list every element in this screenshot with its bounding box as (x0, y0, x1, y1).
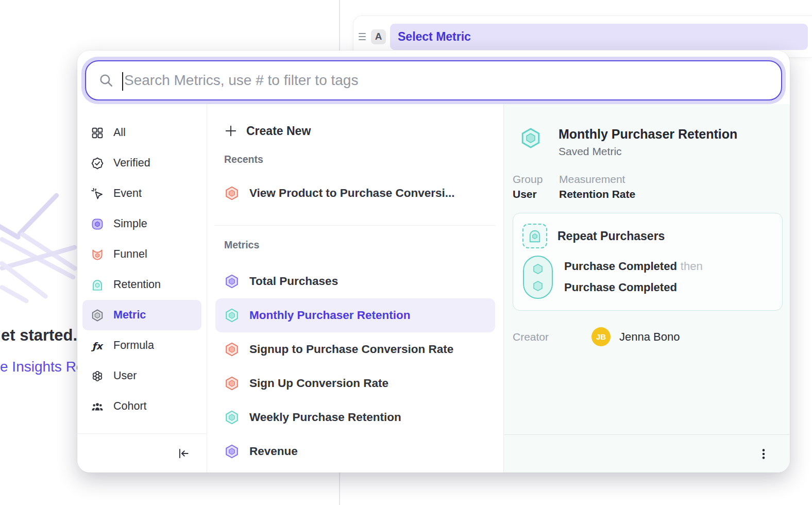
sidebar-item-label: Event (113, 187, 142, 200)
search-icon (98, 73, 114, 88)
creator-row: Creator JB Jenna Bono (504, 327, 790, 346)
creator-label: Creator (513, 331, 591, 343)
measurement-value: Retention Rate (559, 188, 635, 200)
metric-item-revenue[interactable]: Revenue (215, 434, 495, 468)
sidebar-item-cohort[interactable]: Cohort (82, 391, 201, 422)
create-new-label: Create New (246, 124, 311, 138)
metric-item-signup-to-purchase[interactable]: Signup to Purchase Conversion Rate (215, 332, 495, 366)
sidebar-item-event[interactable]: Event (82, 178, 201, 209)
select-metric-button[interactable]: Select Metric (390, 24, 808, 50)
plus-icon (224, 124, 238, 138)
search-input[interactable] (123, 72, 769, 89)
collapse-sidebar-icon[interactable] (177, 447, 190, 460)
detail-header: Monthly Purchaser Retention Saved Metric (504, 104, 790, 158)
section-divider (215, 225, 496, 226)
sidebar-item-label: Cohort (113, 400, 147, 413)
step-hexagon-icon (531, 279, 545, 293)
sidebar-item-label: User (113, 369, 137, 382)
retention-hexagon-icon (224, 308, 240, 323)
metrics-section-label: Metrics (207, 239, 503, 251)
user-cluster-icon (91, 369, 104, 383)
funnel-icon (91, 248, 104, 261)
decorative-line (0, 284, 29, 304)
definition-steps: Purchase Completedthen Purchase Complete… (522, 256, 773, 299)
detail-subtitle: Saved Metric (559, 145, 737, 158)
sidebar-item-formula[interactable]: ƒx Formula (82, 330, 201, 361)
metric-item-label: Weekly Purchase Retention (249, 411, 401, 424)
definition-header: Repeat Purchasers (522, 224, 773, 248)
saved-definition-icon (522, 224, 547, 248)
group-value: User (513, 188, 559, 200)
select-metric-label: Select Metric (398, 30, 471, 44)
retention-hexagon-icon (224, 410, 240, 425)
step-1-event: Purchase Completed (564, 260, 677, 273)
metric-item-weekly-purchase-retention[interactable]: Weekly Purchase Retention (215, 400, 495, 434)
step-connector: then (681, 260, 703, 273)
retention-icon (91, 278, 104, 292)
metric-item-total-purchases[interactable]: Total Purchases (215, 264, 495, 298)
step-hexagon-icon (531, 262, 545, 276)
sidebar-item-label: Metric (113, 309, 146, 322)
group-label: Group (513, 173, 559, 186)
sidebar-item-label: Verified (113, 157, 150, 170)
creator-avatar: JB (591, 327, 611, 346)
sidebar-item-label: Simple (113, 217, 147, 230)
verified-badge-icon (91, 157, 104, 170)
search-bar[interactable] (85, 60, 782, 100)
metric-item-sign-up-conversion[interactable]: Sign Up Conversion Rate (215, 366, 495, 400)
metric-detail-panel: Monthly Purchaser Retention Saved Metric… (504, 104, 790, 473)
funnel-hexagon-icon (224, 186, 240, 201)
metric-item-label: Revenue (249, 445, 298, 458)
svg-text:ƒx: ƒx (91, 340, 104, 351)
cohort-people-icon (91, 400, 104, 413)
retention-hexagon-icon (519, 127, 542, 149)
sidebar-item-verified[interactable]: Verified (82, 148, 201, 178)
metric-list: Total Purchases Monthly Purchaser Retent… (207, 264, 503, 468)
recents-section-label: Recents (207, 154, 503, 165)
funnel-hexagon-icon (224, 342, 240, 357)
create-new-button[interactable]: Create New (207, 117, 503, 144)
measurement-label: Measurement (559, 173, 635, 186)
series-letter-badge: A (371, 29, 386, 44)
funnel-hexagon-icon (224, 376, 240, 391)
sidebar-item-label: Retention (113, 278, 161, 291)
creator-name: Jenna Bono (619, 330, 680, 344)
decorative-line (0, 244, 77, 271)
metric-item-label: Total Purchases (249, 275, 338, 288)
step-1: Purchase Completedthen (564, 256, 703, 277)
formula-icon: ƒx (91, 339, 104, 352)
definition-name: Repeat Purchasers (557, 229, 665, 243)
metric-selector-modal: All Verified Event (77, 50, 790, 473)
sidebar-item-label: Formula (113, 339, 154, 352)
background-heading-fragment: et started. (1, 326, 77, 345)
metric-hexagon-icon (91, 309, 104, 322)
sidebar-item-funnel[interactable]: Funnel (82, 239, 201, 270)
metric-item-label: Signup to Purchase Conversion Rate (249, 343, 453, 356)
recent-metric-item[interactable]: View Product to Purchase Conversi... (215, 177, 495, 210)
filter-sidebar: All Verified Event (77, 104, 207, 473)
retention-steps-capsule (523, 256, 553, 299)
sidebar-item-all[interactable]: All (82, 117, 201, 148)
metric-item-monthly-purchaser-retention[interactable]: Monthly Purchaser Retention (215, 298, 495, 332)
sidebar-item-label: Funnel (113, 248, 147, 261)
kebab-menu-icon[interactable] (757, 447, 770, 461)
sidebar-item-retention[interactable]: Retention (82, 270, 201, 300)
retention-arch-icon (527, 228, 543, 244)
drag-handle-icon[interactable] (357, 33, 368, 40)
metric-item-label: Sign Up Conversion Rate (249, 377, 388, 390)
grid-icon (91, 126, 104, 140)
sidebar-item-simple[interactable]: Simple (82, 209, 201, 239)
definition-card: Repeat Purchasers Purchase Comp (513, 213, 783, 311)
metric-item-label: View Product to Purchase Conversi... (249, 187, 454, 200)
detail-title: Monthly Purchaser Retention (559, 127, 737, 142)
sidebar-item-metric[interactable]: Metric (82, 300, 201, 330)
metric-list-column: Create New Recents View Product to Purch… (207, 104, 504, 473)
modal-body: All Verified Event (77, 104, 790, 473)
event-cursor-icon (91, 187, 104, 200)
step-2-event: Purchase Completed (564, 281, 677, 294)
metric-hexagon-icon (224, 444, 240, 459)
decorative-line (0, 260, 49, 299)
background-link-fragment[interactable]: e Insights Re (0, 359, 84, 375)
sidebar-item-user[interactable]: User (82, 361, 201, 391)
sidebar-footer (77, 433, 207, 473)
